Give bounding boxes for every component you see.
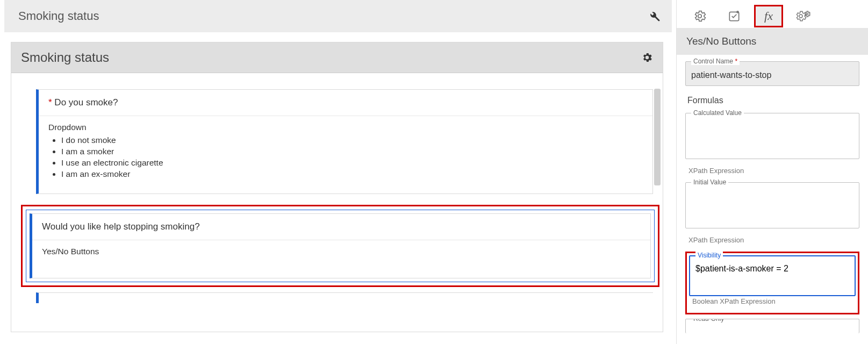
required-marker: * (48, 97, 52, 108)
visibility-field[interactable]: Visibility (689, 255, 856, 296)
svg-point-4 (806, 13, 808, 15)
question-2-body: Yes/No Buttons (32, 240, 650, 278)
tab-advanced[interactable] (788, 5, 817, 27)
question-1-label: * Do you smoke? (39, 90, 652, 116)
calculated-value-label: Calculated Value (691, 109, 744, 117)
readonly-label: Read-Only (691, 319, 726, 322)
fx-icon: fx (764, 9, 773, 23)
question-block-2[interactable]: Would you like help stopping smoking? Ye… (30, 213, 651, 278)
page-header: Smoking status (4, 0, 672, 32)
xpath-helper-1: XPath Expression (688, 167, 857, 175)
section-title: Smoking status (21, 50, 109, 65)
initial-value-field[interactable]: Initial Value (685, 182, 859, 228)
tab-validation[interactable] (720, 5, 749, 27)
visibility-highlight: Visibility Boolean XPath Expression (685, 252, 859, 314)
formulas-section-label: Formulas (687, 96, 857, 105)
list-item: I use an electronic cigarette (61, 158, 643, 168)
tab-formulas[interactable]: fx (754, 5, 783, 27)
svg-point-2 (736, 11, 739, 13)
initial-value-input[interactable] (691, 191, 853, 211)
svg-point-0 (698, 15, 702, 18)
question-1-text: Do you smoke? (54, 97, 118, 108)
tab-settings[interactable] (685, 5, 714, 27)
form-section: Smoking status * Do you smoke? Dropdown (11, 42, 663, 332)
list-item: I do not smoke (61, 135, 643, 145)
control-name-input[interactable] (691, 70, 853, 80)
visibility-label: Visibility (695, 252, 723, 259)
question-block-1[interactable]: * Do you smoke? Dropdown I do not smoke … (36, 89, 653, 194)
wrench-icon[interactable] (646, 8, 662, 24)
visibility-input[interactable] (695, 264, 849, 274)
question-1-type: Dropdown (48, 123, 643, 132)
initial-value-label: Initial Value (691, 178, 728, 186)
readonly-field-partial[interactable]: Read-Only (685, 319, 859, 333)
control-name-field[interactable]: Control Name * (685, 61, 859, 86)
calculated-value-input[interactable] (691, 122, 853, 141)
question-2-selection: Would you like help stopping smoking? Ye… (26, 210, 655, 282)
svg-point-3 (799, 15, 802, 18)
question-block-3-partial[interactable] (36, 292, 653, 303)
properties-title: Yes/No Buttons (677, 28, 868, 55)
list-item: I am a smoker (61, 147, 643, 156)
side-tabs: fx (677, 0, 868, 28)
xpath-helper-2: XPath Expression (688, 236, 857, 244)
page-title: Smoking status (18, 9, 99, 23)
section-header: Smoking status (11, 42, 663, 73)
list-item: I am an ex-smoker (61, 169, 643, 179)
question-1-body: Dropdown I do not smoke I am a smoker I … (39, 116, 652, 194)
control-name-label: Control Name * (691, 58, 740, 65)
calculated-value-field[interactable]: Calculated Value (685, 113, 859, 159)
question-1-options: I do not smoke I am a smoker I use an el… (61, 135, 643, 179)
main-editor: Smoking status Smoking status (0, 0, 676, 344)
properties-panel: fx Yes/No Buttons Control Name * Formula… (676, 0, 868, 344)
boolean-xpath-helper: Boolean XPath Expression (692, 297, 853, 305)
question-2-highlight: Would you like help stopping smoking? Ye… (21, 205, 659, 287)
gear-icon[interactable] (641, 52, 653, 63)
question-2-label: Would you like help stopping smoking? (32, 214, 650, 240)
question-2-type: Yes/No Buttons (42, 247, 641, 256)
